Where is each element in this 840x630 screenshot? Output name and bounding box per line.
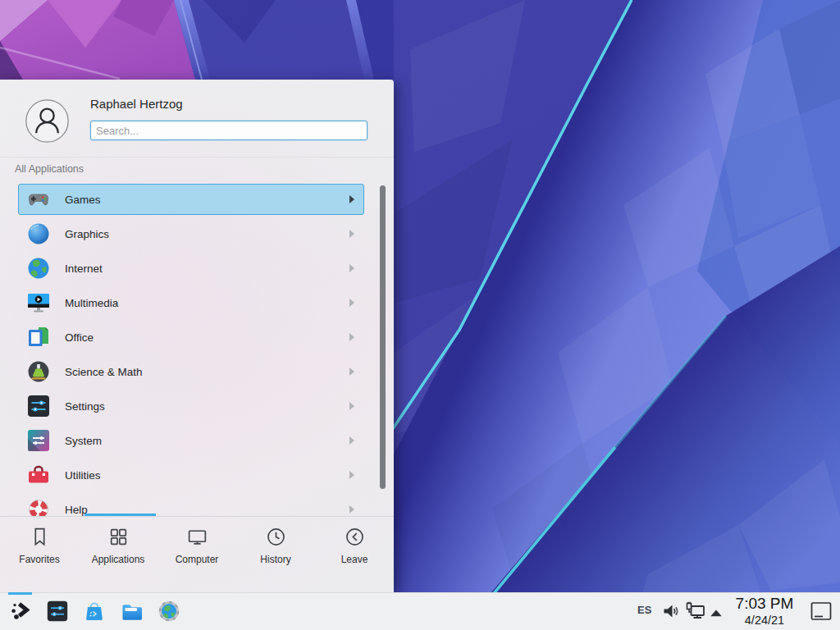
category-label: Multimedia (65, 297, 118, 309)
settings-icon (25, 393, 52, 419)
category-list: Games Graphics (0, 80, 394, 517)
computer-icon (186, 526, 208, 548)
category-games[interactable]: Games (18, 184, 364, 215)
help-icon (25, 496, 52, 517)
web-browser-icon[interactable] (157, 599, 181, 623)
category-multimedia[interactable]: Multimedia (18, 287, 364, 318)
category-internet[interactable]: Internet (18, 253, 364, 284)
category-label: Settings (65, 400, 105, 413)
submenu-arrow-icon (349, 368, 354, 376)
submenu-arrow-icon (349, 436, 354, 445)
multimedia-icon (25, 290, 52, 316)
system-icon (25, 427, 52, 454)
discover-icon[interactable] (82, 599, 107, 623)
clock-date: 4/24/21 (727, 613, 802, 628)
kickoff-launcher-menu: Raphael Hertzog All Applications Games (0, 80, 394, 592)
file-manager-icon[interactable] (120, 599, 144, 623)
category-label: Utilities (65, 469, 101, 482)
games-icon (25, 186, 52, 212)
utilities-icon (25, 462, 52, 488)
category-label: Graphics (65, 228, 109, 240)
network-icon[interactable] (685, 600, 706, 622)
science-icon (25, 358, 52, 385)
submenu-arrow-icon (349, 230, 354, 238)
submenu-arrow-icon (349, 195, 354, 203)
history-icon (265, 526, 287, 548)
category-label: System (65, 435, 102, 447)
tab-label: History (260, 554, 290, 565)
submenu-arrow-icon (349, 402, 354, 410)
favorites-icon (29, 526, 51, 548)
category-office[interactable]: Office (18, 322, 364, 353)
list-scrollbar[interactable] (380, 185, 386, 489)
keyboard-layout-indicator[interactable]: ES (637, 604, 651, 616)
internet-icon (25, 255, 52, 281)
leave-icon (344, 526, 366, 548)
kickoff-launcher-icon[interactable] (9, 599, 34, 623)
tab-label: Leave (341, 554, 368, 565)
category-graphics[interactable]: Graphics (18, 218, 364, 249)
tab-leave[interactable]: Leave (315, 517, 394, 592)
tab-computer[interactable]: Computer (158, 517, 236, 592)
taskbar-panel: ES 7:03 PM 4/24/21 (0, 592, 840, 630)
category-label: Science & Math (65, 366, 143, 378)
submenu-arrow-icon (349, 333, 354, 341)
category-label: Games (65, 194, 101, 206)
tab-label: Computer (176, 554, 219, 565)
submenu-arrow-icon (349, 264, 354, 272)
tab-label: Favorites (19, 554, 59, 565)
category-science-math[interactable]: Science & Math (18, 356, 364, 387)
tab-applications[interactable]: Applications (79, 517, 158, 592)
office-icon (25, 324, 52, 350)
digital-clock[interactable]: 7:03 PM 4/24/21 (727, 594, 802, 628)
volume-icon[interactable] (661, 601, 681, 621)
tab-label: Applications (92, 554, 145, 565)
show-desktop-button[interactable] (810, 601, 832, 621)
submenu-arrow-icon (349, 299, 354, 307)
category-label: Office (65, 331, 94, 344)
category-help[interactable]: Help (18, 494, 364, 517)
clock-time: 7:03 PM (727, 594, 802, 613)
launcher-active-indicator (8, 592, 32, 595)
applications-icon (107, 526, 130, 548)
kickoff-tabbar: Favorites Applications Computer (0, 517, 394, 592)
submenu-arrow-icon (349, 505, 354, 514)
tab-favorites[interactable]: Favorites (0, 517, 79, 592)
system-settings-icon[interactable] (45, 599, 70, 623)
graphics-icon (25, 221, 52, 247)
expand-tray-caret-icon[interactable] (710, 609, 722, 617)
category-utilities[interactable]: Utilities (18, 459, 364, 491)
category-label: Internet (65, 262, 103, 275)
category-settings[interactable]: Settings (18, 390, 364, 422)
submenu-arrow-icon (349, 471, 354, 479)
tab-history[interactable]: History (236, 517, 315, 592)
category-system[interactable]: System (18, 425, 364, 456)
